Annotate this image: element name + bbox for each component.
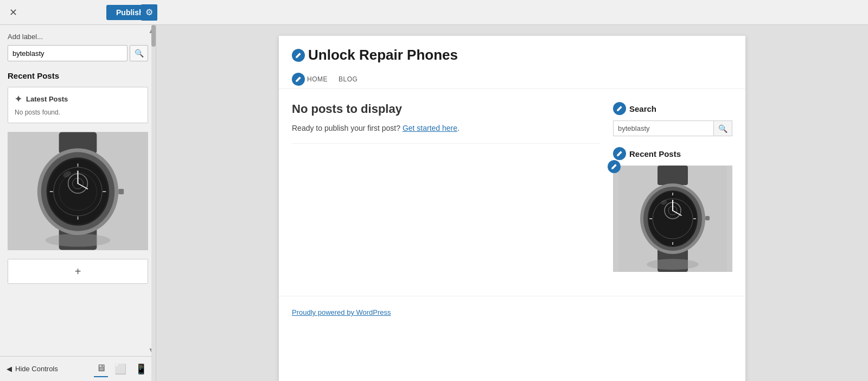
hide-controls[interactable]: ◀ Hide Controls [7,365,58,373]
recent-posts-image-container [613,166,732,272]
hide-controls-label: Hide Controls [15,365,58,373]
ready-text-content: Ready to publish your first post? [292,124,400,132]
close-icon: ✕ [9,7,17,18]
search-button[interactable]: 🔍 [130,45,148,61]
nav-row: HOME BLOG [292,70,732,88]
search-widget-input[interactable] [614,121,713,136]
footer-powered-by-link[interactable]: Proudly powered by WordPress [292,308,391,316]
website-preview: Unlock Repair Phones HOME BLOG [279,36,745,381]
left-sidebar: Add label... 🔍 Recent Posts ✦ Latest Pos… [0,25,156,381]
close-button[interactable]: ✕ [5,5,21,20]
add-label-text: Add label... [8,33,148,41]
svg-point-6 [48,159,108,224]
search-input[interactable] [8,45,127,61]
top-bar: ✕ Publish ⚙ [0,0,868,25]
bottom-bar: ◀ Hide Controls 🖥 ⬜ 📱 [0,356,156,381]
pencil-icon-image [611,163,617,170]
gear-icon: ⚙ [145,7,153,17]
hide-controls-arrow-icon: ◀ [7,365,12,373]
ready-text: Ready to publish your first post? Get st… [292,124,600,132]
search-widget: 🔍 [613,120,732,136]
main-layout: Add label... 🔍 Recent Posts ✦ Latest Pos… [0,25,868,381]
site-title-row: Unlock Repair Phones [292,47,732,63]
pencil-icon-nav [295,76,302,82]
edit-search-widget-button[interactable] [613,102,626,115]
search-widget-section: Search 🔍 [613,102,732,136]
nav-links: HOME BLOG [307,70,358,88]
no-posts-heading-text: No posts to display [292,102,402,116]
preview-right-sidebar: Search 🔍 [613,102,732,283]
mobile-view-button[interactable]: 📱 [133,360,149,377]
svg-rect-21 [658,166,688,185]
site-header: Unlock Repair Phones HOME BLOG [279,36,745,89]
star-icon: ✦ [15,94,22,104]
recent-posts-widget-title: Recent Posts [629,149,681,158]
no-posts-found-text: No posts found. [15,109,141,116]
view-icons: 🖥 ⬜ 📱 [94,360,149,377]
recent-posts-title: Recent Posts [8,71,148,80]
tablet-view-button[interactable]: ⬜ [112,360,129,377]
recent-posts-widget-section: Recent Posts [613,147,732,272]
tablet-icon: ⬜ [114,364,126,374]
period: . [457,124,459,132]
preview-area: Unlock Repair Phones HOME BLOG [156,25,868,381]
search-widget-title: Search [629,104,656,113]
content-wrapper: No posts to display Ready to publish you… [279,89,745,296]
scrollbar[interactable] [151,25,156,381]
edit-site-title-button[interactable] [292,49,305,62]
nav-home[interactable]: HOME [307,75,328,83]
search-row: 🔍 [8,45,148,61]
search-icon: 🔍 [135,49,144,58]
main-content: No posts to display Ready to publish you… [292,102,600,283]
no-posts-heading: No posts to display [292,102,600,116]
desktop-view-button[interactable]: 🖥 [94,360,108,377]
latest-posts-header: ✦ Latest Posts [15,94,141,104]
pencil-icon [295,52,302,59]
search-widget-icon: 🔍 [718,124,727,133]
edit-recent-posts-button[interactable] [613,147,626,160]
add-block-button[interactable]: + [8,259,148,284]
watch-image-preview [613,166,732,272]
nav-blog[interactable]: BLOG [339,75,358,83]
recent-posts-widget-title-row: Recent Posts [613,147,732,160]
main-divider [292,143,600,144]
svg-point-18 [46,234,111,247]
search-widget-button[interactable]: 🔍 [713,121,732,136]
scroll-thumb [151,25,156,47]
pencil-icon-recent [616,150,623,157]
svg-rect-13 [118,189,124,194]
site-title-text: Unlock Repair Phones [308,47,458,63]
watch-svg-preview [613,166,732,272]
edit-nav-button[interactable] [292,73,305,86]
search-widget-title-row: Search [613,102,732,115]
mobile-icon: 📱 [135,364,147,374]
plus-icon: + [75,265,81,278]
get-started-link[interactable]: Get started here [403,124,457,132]
sidebar-scroll-area[interactable]: Add label... 🔍 Recent Posts ✦ Latest Pos… [0,25,156,356]
site-footer: Proudly powered by WordPress [279,296,745,328]
svg-rect-32 [705,216,710,220]
desktop-icon: 🖥 [96,363,106,373]
edit-watch-image-button[interactable] [608,160,621,173]
latest-posts-widget: ✦ Latest Posts No posts found. [8,87,148,123]
svg-point-37 [647,259,699,270]
settings-button[interactable]: ⚙ [141,4,157,21]
latest-posts-label: Latest Posts [26,95,68,103]
watch-image-sidebar [8,132,148,250]
pencil-icon-search [616,105,623,112]
